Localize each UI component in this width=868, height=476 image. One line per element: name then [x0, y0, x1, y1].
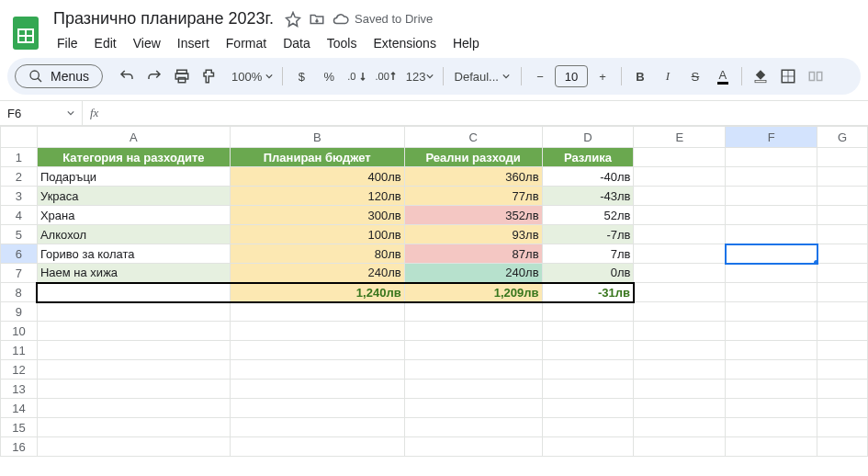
row-header-4[interactable]: 4	[1, 206, 38, 225]
cell[interactable]: 240лв	[404, 264, 542, 283]
undo-button[interactable]	[114, 63, 140, 89]
cell[interactable]: Храна	[37, 206, 230, 225]
font-select[interactable]: Defaul...	[449, 63, 515, 89]
cell[interactable]	[726, 399, 817, 418]
header-cell[interactable]: Реални разходи	[404, 148, 542, 167]
cell[interactable]	[634, 380, 726, 399]
cell[interactable]: 352лв	[404, 206, 542, 225]
cell[interactable]	[542, 418, 634, 437]
cell[interactable]	[37, 437, 230, 457]
cell[interactable]: 93лв	[404, 225, 542, 244]
cell[interactable]	[817, 360, 868, 380]
cell[interactable]	[817, 437, 868, 457]
cell[interactable]: -43лв	[542, 187, 634, 206]
currency-button[interactable]: $	[288, 63, 314, 89]
cell[interactable]	[634, 225, 726, 244]
cell[interactable]	[817, 206, 868, 225]
cell[interactable]	[634, 244, 726, 264]
cell[interactable]	[634, 418, 726, 437]
cell[interactable]	[230, 380, 404, 399]
cell[interactable]	[634, 360, 726, 380]
col-header-B[interactable]: B	[230, 127, 404, 148]
cell[interactable]	[542, 360, 634, 380]
cell[interactable]: 52лв	[542, 206, 634, 225]
cell[interactable]	[817, 341, 868, 360]
cell[interactable]: 400лв	[230, 167, 404, 187]
row-header-9[interactable]: 9	[1, 302, 38, 322]
cell[interactable]	[634, 322, 726, 341]
menu-extensions[interactable]: Extensions	[366, 32, 443, 54]
cell[interactable]: 360лв	[404, 167, 542, 187]
row-header-6[interactable]: 6	[1, 244, 38, 264]
cell[interactable]	[817, 399, 868, 418]
cell[interactable]: 77лв	[404, 187, 542, 206]
select-all-corner[interactable]	[1, 127, 38, 148]
menu-insert[interactable]: Insert	[170, 32, 217, 54]
increase-decimal-button[interactable]: .00	[372, 63, 400, 89]
cell[interactable]	[726, 167, 817, 187]
search-menus[interactable]: Menus	[15, 64, 103, 88]
header-cell[interactable]: Категория на разходите	[37, 148, 230, 167]
cell[interactable]: Наем на хижа	[37, 264, 230, 283]
menu-format[interactable]: Format	[219, 32, 274, 54]
cell[interactable]	[230, 302, 404, 322]
cell[interactable]	[404, 418, 542, 437]
cell[interactable]	[726, 187, 817, 206]
cell[interactable]	[230, 399, 404, 418]
cell[interactable]	[817, 283, 868, 302]
more-formats-button[interactable]: 123	[402, 63, 437, 89]
font-size-input[interactable]: 10	[555, 65, 588, 87]
cell[interactable]	[542, 302, 634, 322]
row-header-12[interactable]: 12	[1, 360, 38, 380]
cell[interactable]	[726, 206, 817, 225]
cell[interactable]	[230, 418, 404, 437]
row-header-13[interactable]: 13	[1, 380, 38, 399]
cloud-status[interactable]: Saved to Drive	[333, 11, 433, 28]
text-color-button[interactable]: A	[710, 63, 736, 89]
cell[interactable]	[634, 264, 726, 283]
cell[interactable]	[726, 418, 817, 437]
cell[interactable]	[726, 380, 817, 399]
cell[interactable]	[542, 437, 634, 457]
cell[interactable]	[726, 225, 817, 244]
cell[interactable]: 300лв	[230, 206, 404, 225]
name-box[interactable]: F6	[0, 101, 83, 125]
sheets-logo[interactable]	[11, 18, 40, 48]
row-header-3[interactable]: 3	[1, 187, 38, 206]
row-header-8[interactable]: 8	[1, 283, 38, 302]
grid-area[interactable]: ABCDEFG1Категория на разходитеПланиран б…	[0, 126, 868, 457]
row-header-10[interactable]: 10	[1, 322, 38, 341]
cell[interactable]: -31лв	[542, 283, 634, 302]
cell[interactable]	[817, 380, 868, 399]
cell[interactable]	[726, 322, 817, 341]
cell[interactable]	[817, 322, 868, 341]
row-header-11[interactable]: 11	[1, 341, 38, 360]
menu-help[interactable]: Help	[445, 32, 487, 54]
fill-color-button[interactable]	[748, 63, 773, 89]
cell[interactable]	[726, 437, 817, 457]
zoom-select[interactable]: 100%	[224, 63, 276, 89]
increase-font-size-button[interactable]: +	[590, 63, 615, 89]
cell[interactable]: -7лв	[542, 225, 634, 244]
cell[interactable]	[817, 418, 868, 437]
cell[interactable]: 240лв	[230, 264, 404, 283]
cell[interactable]	[726, 244, 817, 264]
cell[interactable]	[37, 322, 230, 341]
header-cell[interactable]: Разлика	[542, 148, 634, 167]
cell[interactable]	[404, 437, 542, 457]
cell[interactable]	[817, 187, 868, 206]
cell[interactable]	[404, 341, 542, 360]
cell[interactable]	[37, 283, 230, 302]
cell[interactable]: 1,209лв	[404, 283, 542, 302]
menu-edit[interactable]: Edit	[87, 32, 124, 54]
menu-view[interactable]: View	[126, 32, 168, 54]
row-header-14[interactable]: 14	[1, 399, 38, 418]
cell[interactable]	[817, 148, 868, 167]
cell[interactable]	[37, 360, 230, 380]
cell[interactable]	[404, 360, 542, 380]
cell[interactable]	[404, 302, 542, 322]
cell[interactable]	[634, 187, 726, 206]
col-header-C[interactable]: C	[404, 127, 542, 148]
print-button[interactable]	[169, 63, 195, 89]
menu-data[interactable]: Data	[276, 32, 318, 54]
